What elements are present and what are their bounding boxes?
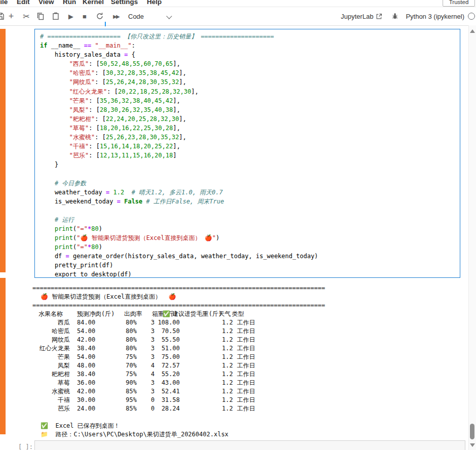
- menu-kernel[interactable]: Kernel: [83, 0, 104, 6]
- check-icon: ✅: [163, 310, 170, 318]
- table-header: 预测净肉(斤): [77, 310, 114, 318]
- cell-name: 水蜜桃: [32, 387, 70, 396]
- cell-name: 草莓: [32, 379, 70, 387]
- cell-name: 芭乐: [32, 404, 70, 413]
- cell-name: 芒果: [32, 353, 70, 361]
- cell-weather: 1.2: [210, 404, 233, 413]
- code-line: "网纹瓜": [25,26,24,28,30,35,32],: [40, 77, 458, 87]
- cell-net: 24.00: [77, 404, 95, 413]
- cell-net: 42.00: [77, 336, 95, 344]
- folder-icon: 📁: [41, 431, 48, 438]
- cell-net: 30.00: [77, 396, 95, 404]
- code-line: weather_today = 1.2 # 晴天1.2, 多云1.0, 雨天0.…: [40, 188, 458, 197]
- cell-type: 工作日: [237, 336, 255, 344]
- cell-type: 工作日: [237, 344, 255, 353]
- cell-net: 38.40: [77, 370, 95, 379]
- toolbar-right: JupyterLab Python 3 (ipykernel): [341, 7, 475, 25]
- trusted-button[interactable]: Trusted: [443, 0, 475, 7]
- cell-name: 哈密瓜: [32, 327, 70, 336]
- stop-kernel-icon[interactable]: ■: [81, 7, 89, 25]
- table-header: 水果名称: [38, 310, 63, 318]
- cell-weather: 1.2: [210, 318, 233, 327]
- code-line: [40, 206, 458, 215]
- cell-weather: 1.2: [210, 361, 233, 370]
- cell-rate: 95%: [108, 396, 137, 404]
- scroll-down-icon[interactable]: [470, 443, 475, 447]
- open-in-jupyterlab-link[interactable]: JupyterLab: [341, 13, 382, 20]
- restart-kernel-icon[interactable]: [95, 7, 104, 25]
- cell-weather: 1.2: [210, 396, 233, 404]
- table-header: 类型: [232, 310, 244, 318]
- cell-rate: 85%: [108, 404, 137, 413]
- apple-icon: 🍎: [169, 293, 176, 300]
- cell-type-dropdown[interactable]: Code: [128, 7, 144, 25]
- chevron-down-icon[interactable]: [166, 13, 172, 19]
- output-title: 🍎 智能果切进货预测（Excel直接到桌面） 🍎: [32, 293, 469, 301]
- empty-code-editor[interactable]: [34, 440, 465, 450]
- cell-weather: 1.2: [210, 353, 233, 361]
- code-line: history_sales_data = {: [40, 50, 458, 59]
- code-line: "芭乐": [12,13,11,15,16,20,18]: [40, 151, 458, 160]
- cell-rate: 80%: [108, 336, 137, 344]
- paste-cells-icon[interactable]: [51, 7, 60, 25]
- cell-weather: 1.2: [210, 336, 233, 344]
- menu-run[interactable]: Run: [63, 0, 76, 6]
- code-line: "千禧": [15,16,14,18,20,25,22],: [40, 142, 458, 151]
- debugger-bug-icon[interactable]: [391, 13, 399, 20]
- menu-edit[interactable]: Edit: [17, 0, 30, 6]
- run-cell-icon[interactable]: ▶: [66, 7, 75, 25]
- table-body: 西瓜84.0080%3108.001.2工作日哈密瓜54.0080%370.50…: [32, 318, 469, 413]
- cell-gross: 72.57: [134, 361, 180, 370]
- restart-run-all-icon[interactable]: ▶▶: [110, 7, 122, 25]
- code-line: # ==================== 【你只改这里：历史销量】 ====…: [40, 32, 458, 41]
- blank-line: [32, 413, 469, 422]
- menu-view[interactable]: View: [38, 0, 54, 6]
- cell-weather: 1.2: [210, 344, 233, 353]
- cell-collapser[interactable]: [0, 29, 6, 272]
- cell-weather: 1.2: [210, 387, 233, 396]
- table-row: 西瓜84.0080%3108.001.2工作日: [32, 318, 469, 327]
- cell-net: 36.00: [77, 379, 95, 387]
- jupyter-notebook-window: { "menu": { "items": ["File", "Edit", "V…: [0, 0, 476, 450]
- cell-rate: 75%: [108, 353, 137, 361]
- table-row: 凤梨48.0070%472.571.2工作日: [32, 361, 469, 370]
- cell-gross: 55.20: [134, 370, 180, 379]
- table-header: 建议进货毛重(斤): [172, 310, 222, 318]
- cell-output: ========================================…: [32, 284, 469, 439]
- external-link-icon: [376, 13, 382, 20]
- output-collapser[interactable]: [0, 278, 6, 434]
- cell-gross: 31.58: [134, 396, 180, 404]
- table-header: 天气: [219, 310, 231, 318]
- table-header-row: 水果名称预测净肉(斤)出肉率箱重(斤)✅建议进货毛重(斤)天气类型: [32, 310, 469, 318]
- cell-gross: 43.00: [134, 379, 180, 387]
- cut-cells-icon[interactable]: ✂: [21, 7, 31, 25]
- add-cell-icon[interactable]: +: [6, 7, 16, 25]
- code-line: "西瓜": [50,52,48,55,60,70,65],: [40, 59, 458, 68]
- code-line: print("="*80): [40, 224, 458, 233]
- cell-type: 工作日: [237, 404, 255, 413]
- cell-weather: 1.2: [210, 379, 233, 387]
- menu-file[interactable]: File: [0, 0, 8, 6]
- cell-rate: 70%: [108, 361, 137, 370]
- check-icon: ✅: [41, 422, 48, 429]
- code-line: is_weekend_today = False # 工作日False, 周末T…: [40, 197, 458, 206]
- table-row: 水蜜桃42.0085%352.411.2工作日: [32, 387, 469, 396]
- scrollbar-thumb[interactable]: [470, 424, 474, 439]
- cell-net: 54.00: [77, 327, 95, 336]
- kernel-name-label[interactable]: Python 3 (ipykernel): [406, 13, 464, 20]
- cell-rate: 80%: [108, 344, 137, 353]
- scroll-up-icon[interactable]: [470, 29, 475, 33]
- code-line: "草莓": [18,20,16,22,25,30,28],: [40, 124, 458, 133]
- table-row: 耙耙柑38.4075%455.201.2工作日: [32, 370, 469, 379]
- table-row: 红心火龙果38.4080%351.001.2工作日: [32, 344, 469, 353]
- copy-cells-icon[interactable]: [36, 7, 45, 25]
- code-line: # 运行: [40, 215, 458, 224]
- save-icon[interactable]: [0, 7, 5, 25]
- menu-help[interactable]: Help: [147, 0, 162, 6]
- menu-settings[interactable]: Settings: [111, 0, 138, 6]
- cell-gross: 75.00: [134, 353, 180, 361]
- scrollbar[interactable]: [468, 25, 476, 450]
- cell-net: 84.00: [77, 318, 95, 327]
- code-editor[interactable]: # ==================== 【你只改这里：历史销量】 ====…: [34, 29, 460, 278]
- cell-rate: 75%: [108, 370, 137, 379]
